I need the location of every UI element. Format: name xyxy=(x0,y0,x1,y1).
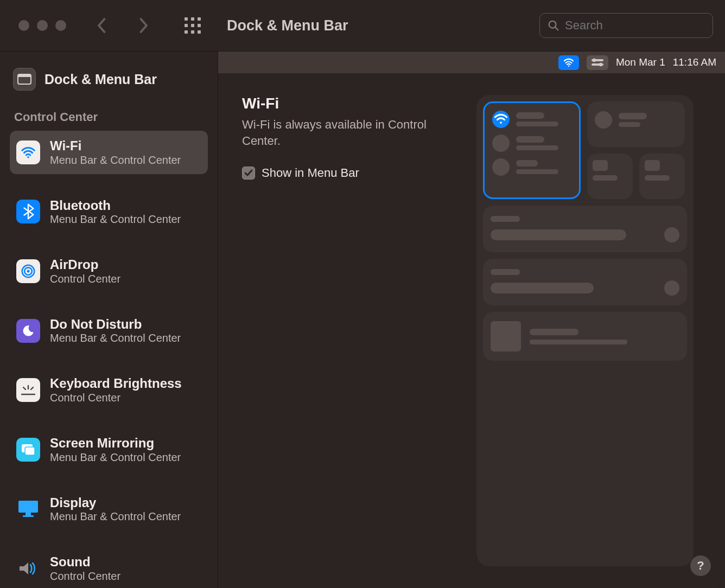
zoom-window-button[interactable] xyxy=(55,20,66,31)
svg-rect-12 xyxy=(18,74,31,77)
sidebar-item-wifi[interactable]: Wi-Fi Menu Bar & Control Center xyxy=(10,131,208,174)
cc-card-placeholder xyxy=(587,101,685,147)
sidebar-item-label: Screen Mirroring xyxy=(50,436,181,451)
checkbox-icon xyxy=(242,167,255,180)
menubar-preview: Mon Mar 1 11:16 AM xyxy=(218,52,725,73)
menubar-wifi-icon xyxy=(558,55,579,70)
svg-point-13 xyxy=(27,156,29,158)
svg-rect-24 xyxy=(26,513,31,515)
sidebar-item-sublabel: Menu Bar & Control Center xyxy=(50,213,181,226)
search-field[interactable] xyxy=(539,13,713,38)
sidebar-item-sublabel: Control Center xyxy=(50,272,120,285)
sidebar-item-screen-mirroring[interactable]: Screen Mirroring Menu Bar & Control Cent… xyxy=(10,428,208,471)
wifi-icon xyxy=(16,140,40,164)
forward-button[interactable] xyxy=(133,16,153,35)
sidebar-item-do-not-disturb[interactable]: Do Not Disturb Menu Bar & Control Center xyxy=(10,309,208,353)
svg-rect-25 xyxy=(23,515,34,517)
svg-point-28 xyxy=(593,59,596,62)
cc-connectivity-card xyxy=(483,101,581,199)
svg-rect-0 xyxy=(185,17,188,21)
display-icon xyxy=(16,497,40,521)
sidebar-section-title: Control Center xyxy=(10,103,208,131)
moon-icon xyxy=(16,319,40,343)
svg-point-30 xyxy=(599,63,602,66)
sidebar-item-sound[interactable]: Sound Control Center xyxy=(10,547,208,588)
preferences-window: Dock & Menu Bar Dock & Menu Bar Control … xyxy=(0,0,725,588)
sidebar: Dock & Menu Bar Control Center Wi-Fi Men… xyxy=(0,52,218,588)
sound-icon xyxy=(16,557,40,580)
svg-rect-22 xyxy=(25,447,35,455)
show-all-button[interactable] xyxy=(182,15,203,36)
sidebar-item-bluetooth[interactable]: Bluetooth Menu Bar & Control Center xyxy=(10,190,208,234)
svg-rect-3 xyxy=(185,24,188,27)
svg-rect-4 xyxy=(191,24,194,27)
sidebar-item-label: Bluetooth xyxy=(50,198,181,213)
cc-now-playing-card xyxy=(483,312,687,361)
sidebar-item-sublabel: Menu Bar & Control Center xyxy=(50,331,181,344)
control-center-preview xyxy=(476,95,694,566)
minimize-window-button[interactable] xyxy=(37,20,48,31)
search-icon xyxy=(548,20,559,31)
window-controls xyxy=(18,20,66,31)
svg-point-26 xyxy=(568,66,569,67)
detail-column: Wi-Fi Wi-Fi is always available in Contr… xyxy=(242,95,459,566)
svg-rect-6 xyxy=(185,30,188,34)
menubar-time: 11:16 AM xyxy=(673,56,716,68)
menubar-date: Mon Mar 1 xyxy=(616,56,665,68)
help-button[interactable]: ? xyxy=(690,555,711,576)
sidebar-header-label: Dock & Menu Bar xyxy=(44,72,157,87)
svg-rect-7 xyxy=(191,30,194,34)
svg-rect-2 xyxy=(198,17,201,21)
checkbox-label: Show in Menu Bar xyxy=(262,166,359,180)
sidebar-item-label: Wi-Fi xyxy=(50,138,181,154)
screen-mirroring-icon xyxy=(16,438,40,462)
back-button[interactable] xyxy=(92,16,112,35)
menubar-control-center-icon xyxy=(587,55,608,70)
cc-mini-card xyxy=(587,154,633,199)
detail-title: Wi-Fi xyxy=(242,95,459,112)
cc-slider-card xyxy=(483,206,687,252)
svg-line-10 xyxy=(555,27,558,30)
sidebar-item-sublabel: Control Center xyxy=(50,391,182,404)
sidebar-item-label: AirDrop xyxy=(50,257,120,272)
sidebar-header-dock-menu-bar[interactable]: Dock & Menu Bar xyxy=(10,65,208,103)
svg-line-20 xyxy=(31,387,33,389)
body: Dock & Menu Bar Control Center Wi-Fi Men… xyxy=(0,52,725,588)
svg-rect-8 xyxy=(198,30,201,34)
cc-wifi-dot-icon xyxy=(492,111,510,128)
svg-rect-5 xyxy=(198,24,201,27)
sidebar-item-sublabel: Menu Bar & Control Center xyxy=(50,154,181,167)
toolbar: Dock & Menu Bar xyxy=(0,0,725,52)
sidebar-item-keyboard-brightness[interactable]: Keyboard Brightness Control Center xyxy=(10,368,208,412)
dock-menu-bar-icon xyxy=(13,68,36,91)
sidebar-item-airdrop[interactable]: AirDrop Control Center xyxy=(10,250,208,293)
airdrop-icon xyxy=(16,259,40,283)
sidebar-item-sublabel: Control Center xyxy=(50,570,120,583)
main-area: Wi-Fi Wi-Fi is always available in Contr… xyxy=(218,73,725,588)
sidebar-item-label: Keyboard Brightness xyxy=(50,376,182,391)
show-in-menu-bar-checkbox[interactable]: Show in Menu Bar xyxy=(242,166,459,180)
sidebar-item-display[interactable]: Display Menu Bar & Control Center xyxy=(10,488,208,531)
sidebar-item-label: Do Not Disturb xyxy=(50,317,181,332)
sidebar-item-label: Sound xyxy=(50,554,120,570)
svg-point-16 xyxy=(27,270,30,272)
detail-description: Wi-Fi is always available in Control Cen… xyxy=(242,117,437,149)
svg-point-31 xyxy=(500,122,502,124)
svg-rect-1 xyxy=(191,17,194,21)
close-window-button[interactable] xyxy=(18,20,29,31)
sidebar-item-sublabel: Menu Bar & Control Center xyxy=(50,510,181,523)
content: Mon Mar 1 11:16 AM Wi-Fi Wi-Fi is always… xyxy=(218,52,725,588)
search-input[interactable] xyxy=(565,18,714,33)
window-title: Dock & Menu Bar xyxy=(227,17,348,34)
keyboard-brightness-icon xyxy=(16,378,40,402)
cc-mini-card xyxy=(639,154,685,199)
sidebar-item-sublabel: Menu Bar & Control Center xyxy=(50,451,181,464)
svg-line-19 xyxy=(23,387,26,389)
svg-rect-23 xyxy=(18,501,38,513)
cc-slider-card xyxy=(483,259,687,305)
sidebar-item-label: Display xyxy=(50,495,181,510)
bluetooth-icon xyxy=(16,200,40,223)
